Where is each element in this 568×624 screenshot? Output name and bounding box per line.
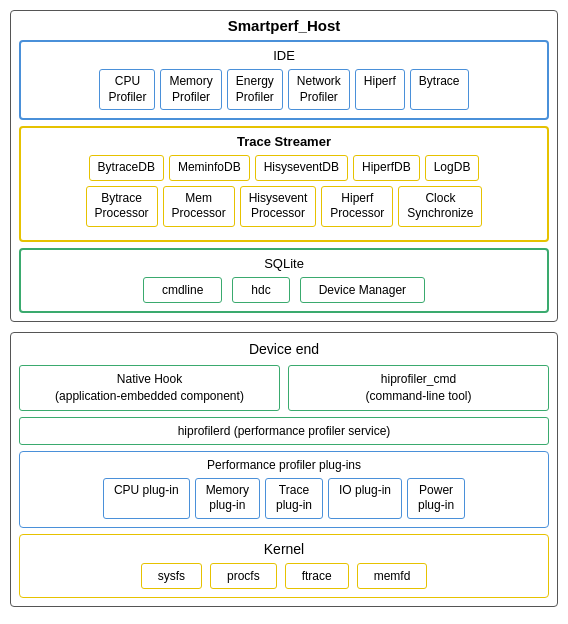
perf-item-cpu: CPU plug-in <box>103 478 190 519</box>
trace-item-hiperf-processor: HiperfProcessor <box>321 186 393 227</box>
ide-item-hiperf: Hiperf <box>355 69 405 110</box>
trace-item-meminfodb: MeminfoDB <box>169 155 250 181</box>
kernel-item-memfd: memfd <box>357 563 428 589</box>
kernel-box: Kernel sysfs procfs ftrace memfd <box>19 534 549 598</box>
perf-item-trace: Traceplug-in <box>265 478 323 519</box>
sqlite-items: cmdline hdc Device Manager <box>29 277 539 303</box>
sqlite-item-cmdline: cmdline <box>143 277 222 303</box>
device-end-title: Device end <box>19 341 549 357</box>
kernel-item-procfs: procfs <box>210 563 277 589</box>
smartperf-title: Smartperf_Host <box>19 17 549 34</box>
trace-item-bytracedb: BytraceDB <box>89 155 164 181</box>
perf-item-memory: Memoryplug-in <box>195 478 260 519</box>
perf-plugins-title: Performance profiler plug-ins <box>28 458 540 472</box>
trace-item-hiperfdb: HiperfDB <box>353 155 420 181</box>
kernel-items: sysfs procfs ftrace memfd <box>28 563 540 589</box>
hook-row: Native Hook(application-embedded compone… <box>19 365 549 411</box>
sqlite-item-device-manager: Device Manager <box>300 277 425 303</box>
trace-streamer-title: Trace Streamer <box>29 134 539 149</box>
perf-plugins-box: Performance profiler plug-ins CPU plug-i… <box>19 451 549 528</box>
trace-item-bytrace-processor: BytraceProcessor <box>86 186 158 227</box>
ide-item-memory-profiler: MemoryProfiler <box>160 69 221 110</box>
trace-item-clock-synchronize: ClockSynchronize <box>398 186 482 227</box>
hiprofiler-cmd-item: hiprofiler_cmd(command-line tool) <box>288 365 549 411</box>
perf-item-power: Powerplug-in <box>407 478 465 519</box>
hiprofilerd-item: hiprofilerd (performance profiler servic… <box>19 417 549 445</box>
ide-items: CPUProfiler MemoryProfiler EnergyProfile… <box>29 69 539 110</box>
sqlite-item-hdc: hdc <box>232 277 289 303</box>
ide-title: IDE <box>29 48 539 63</box>
trace-streamer-box: Trace Streamer BytraceDB MeminfoDB Hisys… <box>19 126 549 242</box>
smartperf-host-box: Smartperf_Host IDE CPUProfiler MemoryPro… <box>10 10 558 322</box>
main-container: Smartperf_Host IDE CPUProfiler MemoryPro… <box>10 10 558 607</box>
ide-item-bytrace: Bytrace <box>410 69 469 110</box>
perf-item-io: IO plug-in <box>328 478 402 519</box>
sqlite-title: SQLite <box>29 256 539 271</box>
sqlite-box: SQLite cmdline hdc Device Manager <box>19 248 549 313</box>
kernel-item-ftrace: ftrace <box>285 563 349 589</box>
trace-item-hisyseventdb: HisyseventDB <box>255 155 348 181</box>
kernel-title: Kernel <box>28 541 540 557</box>
kernel-item-sysfs: sysfs <box>141 563 202 589</box>
trace-item-logdb: LogDB <box>425 155 480 181</box>
ide-item-cpu-profiler: CPUProfiler <box>99 69 155 110</box>
perf-items: CPU plug-in Memoryplug-in Traceplug-in I… <box>28 478 540 519</box>
trace-item-mem-processor: MemProcessor <box>163 186 235 227</box>
ide-box: IDE CPUProfiler MemoryProfiler EnergyPro… <box>19 40 549 120</box>
device-end-box: Device end Native Hook(application-embed… <box>10 332 558 607</box>
ide-item-energy-profiler: EnergyProfiler <box>227 69 283 110</box>
native-hook-item: Native Hook(application-embedded compone… <box>19 365 280 411</box>
trace-row2: BytraceProcessor MemProcessor Hisysevent… <box>29 186 539 227</box>
trace-item-hisysevent-processor: HisyseventProcessor <box>240 186 317 227</box>
trace-row1: BytraceDB MeminfoDB HisyseventDB HiperfD… <box>29 155 539 181</box>
ide-item-network-profiler: NetworkProfiler <box>288 69 350 110</box>
